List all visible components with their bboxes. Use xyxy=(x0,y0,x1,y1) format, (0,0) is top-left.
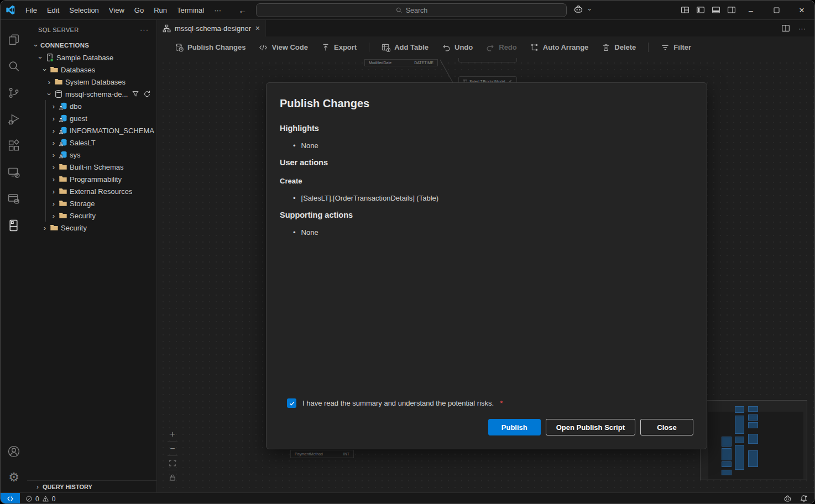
indent-guide xyxy=(45,100,46,222)
menu-view[interactable]: View xyxy=(104,4,129,16)
dialog-heading-create: Create xyxy=(280,177,693,185)
activity-explorer-icon[interactable] xyxy=(1,27,27,53)
toolbar-undo-button[interactable]: Undo xyxy=(435,40,479,55)
menu-run[interactable]: Run xyxy=(149,4,172,16)
risk-acknowledge-checkbox[interactable] xyxy=(287,398,296,408)
toolbar-view-code-button[interactable]: View Code xyxy=(252,40,315,55)
sidebar-more-icon[interactable]: ··· xyxy=(140,25,149,34)
copilot-menu[interactable]: › xyxy=(573,4,594,14)
settings-gear-icon[interactable]: ⚙ xyxy=(8,465,19,490)
tree-item-programmability[interactable]: ›Programmability xyxy=(27,173,156,185)
tab-close-icon[interactable]: × xyxy=(255,24,260,33)
remote-indicator[interactable] xyxy=(1,493,20,504)
status-bar: 0 0 xyxy=(1,492,814,504)
menu-selection[interactable]: Selection xyxy=(64,4,103,16)
maximize-icon[interactable] xyxy=(764,1,789,20)
copilot-status-icon[interactable] xyxy=(783,495,792,503)
toolbar-filter-button[interactable]: Filter xyxy=(654,40,698,55)
folder-icon xyxy=(59,199,67,208)
menu-terminal[interactable]: Terminal xyxy=(172,4,209,16)
canvas-minimap[interactable] xyxy=(700,400,807,480)
table-column-row[interactable]: PaymentMethod INT xyxy=(290,450,354,458)
close-button[interactable]: Close xyxy=(640,419,693,435)
tree-item-mssql-schema-de[interactable]: ›mssql-schema-de... xyxy=(27,88,156,100)
designer-toolbar: Publish ChangesView CodeExportAdd TableU… xyxy=(157,36,814,58)
tree-item-sys[interactable]: ›sys xyxy=(27,149,156,161)
toolbar-delete-button[interactable]: Delete xyxy=(595,40,642,55)
close-window-icon[interactable]: × xyxy=(789,1,814,20)
activity-run-debug-icon[interactable] xyxy=(1,106,27,133)
activity-source-control-icon[interactable] xyxy=(1,80,27,106)
open-publish-script-button[interactable]: Open Publish Script xyxy=(546,419,635,435)
menu-file[interactable]: File xyxy=(20,4,42,16)
lock-button[interactable] xyxy=(165,470,180,484)
menu-bar: File Edit Selection View Go Run Terminal… xyxy=(20,4,226,16)
toolbar-redo-button[interactable]: Redo xyxy=(479,40,524,55)
refresh-icon[interactable] xyxy=(143,90,151,98)
toolbar-add-table-button[interactable]: Add Table xyxy=(375,40,435,55)
tree-item-information-schema[interactable]: ›INFORMATION_SCHEMA xyxy=(27,124,156,136)
tab-mssql-schema-designer[interactable]: mssql-schema-designer × xyxy=(157,20,266,36)
tree-item-saleslt[interactable]: ›SalesLT xyxy=(27,136,156,149)
back-arrow-icon[interactable]: ← xyxy=(238,6,247,15)
tree-item-security[interactable]: ›Security xyxy=(27,222,156,234)
filter-funnel-icon[interactable] xyxy=(132,90,139,98)
query-history-section[interactable]: › QUERY HISTORY xyxy=(27,480,156,492)
activity-search-icon[interactable] xyxy=(1,53,27,80)
command-center-search[interactable]: Search xyxy=(256,3,567,17)
toggle-primary-sidebar-icon[interactable] xyxy=(696,6,705,14)
toolbar-publish-changes-button[interactable]: Publish Changes xyxy=(168,40,252,55)
tree-item-storage[interactable]: ›Storage xyxy=(27,197,156,209)
schema-icon xyxy=(59,102,67,111)
tree-item-security[interactable]: ›Security xyxy=(27,209,156,222)
activity-extensions-icon[interactable] xyxy=(1,133,27,159)
tree-item-databases[interactable]: ›Databases xyxy=(27,64,156,76)
customize-layout-icon[interactable] xyxy=(681,6,689,14)
arrange-icon xyxy=(530,43,539,52)
tree-item-system-databases[interactable]: ›System Databases xyxy=(27,76,156,88)
menu-go[interactable]: Go xyxy=(129,4,149,16)
layout-controls xyxy=(681,6,736,14)
tree-item-built-in-schemas[interactable]: ›Built-in Schemas xyxy=(27,161,156,173)
toolbar-auto-arrange-button[interactable]: Auto Arrange xyxy=(524,40,595,55)
split-editor-icon[interactable] xyxy=(781,24,790,33)
toggle-panel-icon[interactable] xyxy=(712,6,720,14)
activity-remote-explorer-icon[interactable] xyxy=(1,159,27,186)
search-icon xyxy=(395,7,403,14)
problems-indicator[interactable]: 0 0 xyxy=(25,495,55,503)
publish-changes-dialog: Publish Changes Highlights•NoneUser acti… xyxy=(266,82,707,449)
tree-item-sample-database[interactable]: ›Sample Database xyxy=(27,51,156,64)
minimize-icon[interactable]: – xyxy=(738,1,764,20)
activity-mssql-icon[interactable] xyxy=(1,212,27,239)
fit-view-button[interactable] xyxy=(165,456,180,470)
tree-item-connections[interactable]: ›CONNECTIONS xyxy=(27,39,156,51)
publish-button[interactable]: Publish xyxy=(488,419,541,435)
editor-more-icon[interactable]: ··· xyxy=(798,24,806,33)
activity-sql-server-icon[interactable] xyxy=(1,186,27,212)
tree-item-external-resources[interactable]: ›External Resources xyxy=(27,185,156,197)
minimap-table-box xyxy=(735,437,744,443)
publish-icon xyxy=(175,43,184,52)
zoom-in-button[interactable]: + xyxy=(165,427,180,441)
dialog-heading-highlights: Highlights xyxy=(280,124,693,133)
dialog-bullet-item: •[SalesLT].[OrderTransactionDetails] (Ta… xyxy=(280,194,693,202)
tree-item-dbo[interactable]: ›dbo xyxy=(27,100,156,112)
notifications-bell-icon[interactable] xyxy=(800,495,808,503)
table-card-fragment[interactable] xyxy=(458,58,517,62)
toolbar-export-button[interactable]: Export xyxy=(315,40,363,55)
account-icon[interactable] xyxy=(1,438,27,465)
warning-icon xyxy=(42,495,49,502)
chevron-right-icon: › xyxy=(36,483,39,491)
menu-edit[interactable]: Edit xyxy=(42,4,64,16)
filter-lines-icon xyxy=(661,43,670,52)
table-column-row[interactable]: ModifiedDate DATETIME xyxy=(364,59,438,66)
query-history-label: QUERY HISTORY xyxy=(43,484,92,490)
menu-more-icon[interactable]: ··· xyxy=(209,4,226,16)
chevron-right-icon: › xyxy=(49,212,58,219)
tree-item-guest[interactable]: ›guest xyxy=(27,112,156,124)
folder-icon xyxy=(54,77,63,86)
sidebar: SQL SERVER ··· ›CONNECTIONS›Sample Datab… xyxy=(27,20,157,492)
schema-canvas[interactable]: ModifiedDate DATETIME SalesLT.ProductMod… xyxy=(157,58,814,492)
toggle-secondary-sidebar-icon[interactable] xyxy=(727,6,736,14)
zoom-out-button[interactable]: − xyxy=(165,442,180,455)
